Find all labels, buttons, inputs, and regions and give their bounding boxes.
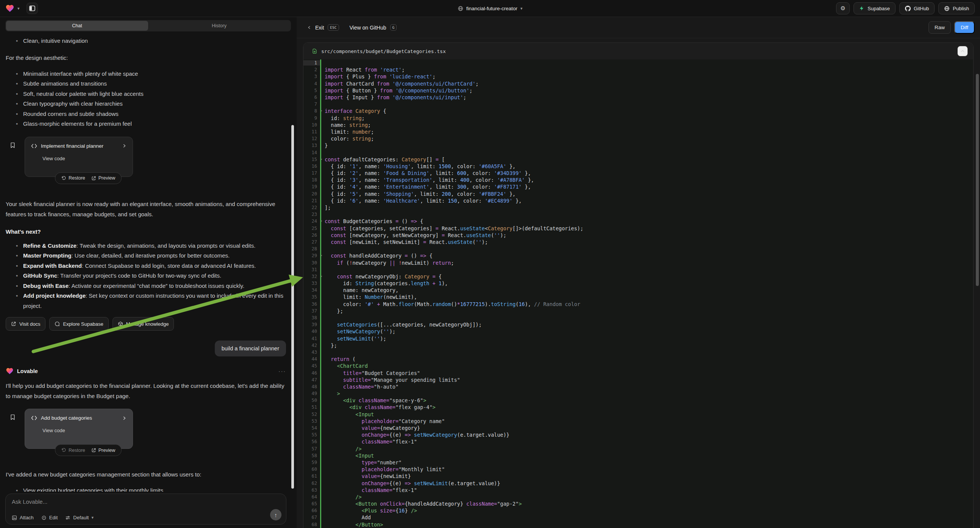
code-line: 56 className="flex-1" xyxy=(304,438,973,445)
sliders-icon xyxy=(65,515,70,520)
intro-bullet-list: Clean, intuitive navigation xyxy=(6,36,286,46)
esc-key-badge: ESC xyxy=(328,24,339,31)
g-key-badge: G xyxy=(390,24,397,31)
list-item: Master Prompting: Use clear, detailed, a… xyxy=(6,251,286,261)
code-line: 4import ChartCard from '@/components/ui/… xyxy=(304,80,973,87)
fold-chevron-icon[interactable]: ▾ xyxy=(320,109,322,113)
manage-knowledge-button[interactable]: Manage knowledge xyxy=(113,317,174,331)
topbar: ▾ financial-future-creator ▾ ⚙ xyxy=(0,0,980,17)
code-view-switch: Raw Diff xyxy=(929,21,975,34)
send-button[interactable]: ↑ xyxy=(270,509,282,520)
code-line: 33 id: String(categories.length + 1), xyxy=(304,280,973,287)
view-on-github-button[interactable]: View on GitHub G xyxy=(350,24,397,31)
code-line: 34 name: newCategory, xyxy=(304,287,973,294)
lovable-logo-heart-icon[interactable] xyxy=(5,4,14,13)
raw-view-button[interactable]: Raw xyxy=(929,21,951,34)
tab-chat[interactable]: Chat xyxy=(6,21,148,31)
fold-chevron-icon[interactable]: ▾ xyxy=(320,275,322,278)
user-message-row: build a financial planner xyxy=(6,340,286,356)
explore-supabase-button[interactable]: Explore Supabase xyxy=(49,317,108,331)
version-title: Implement financial planner xyxy=(41,143,118,149)
code-line: 6import { Input } from '@/components/ui/… xyxy=(304,94,973,101)
edit-mode-button[interactable]: Edit xyxy=(41,515,57,520)
chat-input[interactable] xyxy=(12,498,263,507)
chevron-up-icon xyxy=(960,49,965,53)
code-panel-header: Exit ESC View on GitHub G Raw Diff xyxy=(297,17,980,38)
chat-scrollbar[interactable] xyxy=(291,125,294,488)
mode-select[interactable]: Default ▾ xyxy=(65,515,94,520)
version-card-implement-financial-planner[interactable]: Implement financial planner View code xyxy=(25,137,133,177)
code-line: 13} xyxy=(304,142,973,149)
fold-chevron-icon[interactable]: ▾ xyxy=(320,157,322,161)
version-block-2: Add budget categories View code Restore xyxy=(6,409,286,457)
view-code-link[interactable]: View code xyxy=(43,156,127,161)
code-line: 3import { Plus } from 'lucide-react'; xyxy=(304,73,973,80)
bookmark-icon[interactable] xyxy=(10,142,16,148)
code-line: 27 const [newLimit, setNewLimit] = React… xyxy=(304,239,973,245)
code-line: 67 Add xyxy=(304,514,973,521)
preview-button[interactable]: Preview xyxy=(91,448,115,453)
supabase-button[interactable]: Supabase xyxy=(853,2,896,14)
code-line: 53 placeholder="Category name" xyxy=(304,418,973,425)
version-card-add-budget-categories[interactable]: Add budget categories View code xyxy=(25,409,133,449)
user-message-bubble: build a financial planner xyxy=(215,340,286,356)
globe-icon xyxy=(458,6,463,11)
target-icon xyxy=(41,515,46,520)
code-scrollbar[interactable] xyxy=(976,74,979,286)
list-item: Glass-morphic elements for a premium fee… xyxy=(6,119,286,129)
attach-button[interactable]: Attach xyxy=(12,515,34,520)
code-line: 31 xyxy=(304,266,973,273)
restore-preview-pill: Restore Preview xyxy=(55,444,122,456)
code-line: 45 <ChartCard xyxy=(304,363,973,369)
code-line: 32▾ const newCategoryObj: Category = { xyxy=(304,273,973,280)
publish-button[interactable]: Publish xyxy=(938,2,975,14)
code-line: 59 type="number" xyxy=(304,459,973,466)
exit-button[interactable]: Exit ESC xyxy=(307,24,339,31)
file-path-bar[interactable]: src/components/budget/BudgetCategories.t… xyxy=(304,43,973,59)
restore-button[interactable]: Restore xyxy=(61,448,85,453)
gear-icon: ⚙ xyxy=(841,5,846,12)
code-line: 18 { id: '3', name: 'Transportation', li… xyxy=(304,177,973,183)
collapse-file-button[interactable] xyxy=(957,46,968,56)
code-line: 57 /> xyxy=(304,445,973,452)
bookmark-icon[interactable] xyxy=(10,414,16,420)
arrow-up-icon: ↑ xyxy=(274,512,277,518)
visit-docs-button[interactable]: Visit docs xyxy=(6,317,45,331)
logo-chevron-down-icon[interactable]: ▾ xyxy=(18,6,20,11)
file-diff-card: src/components/budget/BudgetCategories.t… xyxy=(303,43,974,528)
message-menu-button[interactable]: ··· xyxy=(278,368,286,374)
list-item: Expand with Backend: Connect Supabase to… xyxy=(6,261,286,271)
code-line: 2import React from 'react'; xyxy=(304,66,973,73)
list-item: Refine & Customize: Tweak the design, an… xyxy=(6,241,286,251)
code-line: 51 <div className="flex gap-4"> xyxy=(304,404,973,410)
restore-button[interactable]: Restore xyxy=(61,175,85,181)
view-code-link[interactable]: View code xyxy=(43,428,127,433)
chat-messages: Clean, intuitive navigation For the desi… xyxy=(0,35,290,491)
settings-button[interactable]: ⚙ xyxy=(836,2,850,14)
list-item: Soft, neutral color palette with light b… xyxy=(6,89,286,99)
chevron-right-icon xyxy=(122,416,127,420)
project-title: financial-future-creator xyxy=(466,6,517,11)
supabase-bolt-icon xyxy=(859,6,864,11)
project-switcher[interactable]: financial-future-creator ▾ xyxy=(458,6,523,11)
code-line: 5import { Button } from '@/components/ui… xyxy=(304,87,973,94)
list-item: View existing budget categories with the… xyxy=(6,485,286,491)
external-link-icon xyxy=(11,321,16,326)
code-line: 30 if (!newCategory || !newLimit) return… xyxy=(304,259,973,266)
fold-chevron-icon[interactable]: ▾ xyxy=(320,254,322,257)
version-title: Add budget categories xyxy=(41,415,118,421)
code-line: 55 onChange={(e) => setNewCategory(e.tar… xyxy=(304,431,973,438)
code-line: 11 limit: number; xyxy=(304,129,973,135)
diff-view-button[interactable]: Diff xyxy=(954,21,975,34)
code-line: 58 <Input xyxy=(304,452,973,459)
sidebar-toggle-button[interactable] xyxy=(27,3,38,14)
code-line: 20 { id: '5', name: 'Shopping', limit: 2… xyxy=(304,191,973,197)
github-button[interactable]: GitHub xyxy=(899,2,935,14)
package-icon xyxy=(118,321,123,326)
fold-chevron-icon[interactable]: ▾ xyxy=(320,219,322,223)
code-line: 14 xyxy=(304,149,973,156)
code-line: 40 setNewCategory(''); xyxy=(304,328,973,335)
tab-history[interactable]: History xyxy=(148,21,290,31)
list-item: Debug with Ease: Activate our experiment… xyxy=(6,281,286,291)
preview-button[interactable]: Preview xyxy=(91,175,115,181)
